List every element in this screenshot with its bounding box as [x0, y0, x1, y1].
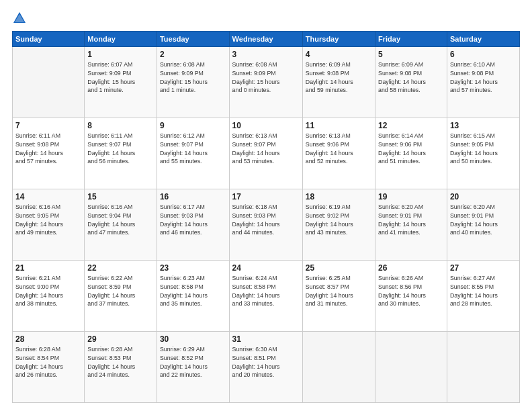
day-number: 5 [378, 50, 444, 59]
day-info: Sunrise: 6:24 AM Sunset: 8:58 PM Dayligh… [232, 274, 300, 308]
page: SundayMondayTuesdayWednesdayThursdayFrid… [0, 0, 532, 411]
day-info: Sunrise: 6:18 AM Sunset: 9:03 PM Dayligh… [232, 203, 300, 237]
calendar-cell: 8Sunrise: 6:11 AM Sunset: 9:07 PM Daylig… [85, 118, 157, 189]
calendar-cell: 1Sunrise: 6:07 AM Sunset: 9:09 PM Daylig… [85, 47, 157, 118]
calendar-body: 1Sunrise: 6:07 AM Sunset: 9:09 PM Daylig… [13, 47, 520, 403]
calendar-cell: 9Sunrise: 6:12 AM Sunset: 9:07 PM Daylig… [157, 118, 229, 189]
calendar-cell: 12Sunrise: 6:14 AM Sunset: 9:06 PM Dayli… [375, 118, 447, 189]
day-info: Sunrise: 6:07 AM Sunset: 9:09 PM Dayligh… [87, 60, 154, 95]
day-number: 23 [160, 263, 226, 273]
day-info: Sunrise: 6:08 AM Sunset: 9:09 PM Dayligh… [160, 60, 226, 95]
day-info: Sunrise: 6:08 AM Sunset: 9:09 PM Dayligh… [232, 60, 300, 95]
day-info: Sunrise: 6:13 AM Sunset: 9:06 PM Dayligh… [306, 132, 372, 166]
calendar-cell: 31Sunrise: 6:30 AM Sunset: 8:51 PM Dayli… [229, 332, 302, 403]
day-number: 20 [450, 192, 517, 201]
day-number: 26 [378, 263, 444, 273]
day-info: Sunrise: 6:25 AM Sunset: 8:57 PM Dayligh… [306, 274, 372, 308]
day-header-sunday: Sunday [13, 32, 85, 47]
day-number: 8 [87, 121, 154, 130]
day-number: 3 [232, 50, 300, 59]
week-row-0: 1Sunrise: 6:07 AM Sunset: 9:09 PM Daylig… [13, 47, 520, 118]
day-number: 30 [160, 334, 226, 344]
day-number: 14 [15, 192, 81, 201]
calendar-cell: 4Sunrise: 6:09 AM Sunset: 9:08 PM Daylig… [302, 47, 375, 118]
day-number: 9 [160, 121, 226, 130]
day-info: Sunrise: 6:16 AM Sunset: 9:04 PM Dayligh… [87, 203, 154, 237]
day-number: 27 [450, 263, 517, 273]
day-header-thursday: Thursday [302, 32, 375, 47]
calendar-cell: 10Sunrise: 6:13 AM Sunset: 9:07 PM Dayli… [229, 118, 302, 189]
calendar-cell: 24Sunrise: 6:24 AM Sunset: 8:58 PM Dayli… [229, 261, 302, 332]
day-number: 25 [306, 263, 372, 273]
calendar-cell: 2Sunrise: 6:08 AM Sunset: 9:09 PM Daylig… [157, 47, 229, 118]
calendar-cell: 29Sunrise: 6:28 AM Sunset: 8:53 PM Dayli… [85, 332, 157, 403]
day-number: 31 [232, 334, 300, 344]
day-info: Sunrise: 6:28 AM Sunset: 8:54 PM Dayligh… [15, 345, 81, 379]
day-info: Sunrise: 6:17 AM Sunset: 9:03 PM Dayligh… [160, 203, 226, 237]
day-info: Sunrise: 6:09 AM Sunset: 9:08 PM Dayligh… [306, 60, 372, 95]
calendar-cell: 19Sunrise: 6:20 AM Sunset: 9:01 PM Dayli… [375, 189, 447, 261]
day-number: 24 [232, 263, 300, 273]
day-number: 17 [232, 192, 300, 201]
day-info: Sunrise: 6:13 AM Sunset: 9:07 PM Dayligh… [232, 132, 300, 166]
day-number: 10 [232, 121, 300, 130]
header [12, 11, 520, 26]
day-number: 12 [378, 121, 444, 130]
calendar-cell: 16Sunrise: 6:17 AM Sunset: 9:03 PM Dayli… [157, 189, 229, 261]
calendar-table: SundayMondayTuesdayWednesdayThursdayFrid… [12, 31, 520, 403]
day-number: 13 [450, 121, 517, 130]
calendar-cell: 7Sunrise: 6:11 AM Sunset: 9:08 PM Daylig… [13, 118, 85, 189]
calendar-cell: 6Sunrise: 6:10 AM Sunset: 9:08 PM Daylig… [447, 47, 519, 118]
day-number: 6 [450, 50, 517, 59]
day-info: Sunrise: 6:29 AM Sunset: 8:52 PM Dayligh… [160, 345, 226, 379]
day-info: Sunrise: 6:14 AM Sunset: 9:06 PM Dayligh… [378, 132, 444, 166]
day-number: 2 [160, 50, 226, 59]
day-header-friday: Friday [375, 32, 447, 47]
day-info: Sunrise: 6:26 AM Sunset: 8:56 PM Dayligh… [378, 274, 444, 308]
calendar-cell: 23Sunrise: 6:23 AM Sunset: 8:58 PM Dayli… [157, 261, 229, 332]
week-row-3: 21Sunrise: 6:21 AM Sunset: 9:00 PM Dayli… [13, 261, 520, 332]
day-info: Sunrise: 6:23 AM Sunset: 8:58 PM Dayligh… [160, 274, 226, 308]
day-info: Sunrise: 6:12 AM Sunset: 9:07 PM Dayligh… [160, 132, 226, 166]
day-number: 22 [87, 263, 154, 273]
day-number: 7 [15, 121, 81, 130]
day-info: Sunrise: 6:15 AM Sunset: 9:05 PM Dayligh… [450, 132, 517, 166]
day-info: Sunrise: 6:10 AM Sunset: 9:08 PM Dayligh… [450, 60, 517, 95]
day-info: Sunrise: 6:27 AM Sunset: 8:55 PM Dayligh… [450, 274, 517, 308]
calendar-cell: 14Sunrise: 6:16 AM Sunset: 9:05 PM Dayli… [13, 189, 85, 261]
day-number: 29 [87, 334, 154, 344]
calendar-cell [447, 332, 519, 403]
calendar-cell: 28Sunrise: 6:28 AM Sunset: 8:54 PM Dayli… [13, 332, 85, 403]
day-number: 21 [15, 263, 81, 273]
day-info: Sunrise: 6:11 AM Sunset: 9:07 PM Dayligh… [87, 132, 154, 166]
logo [12, 11, 30, 26]
calendar-cell: 5Sunrise: 6:09 AM Sunset: 9:08 PM Daylig… [375, 47, 447, 118]
calendar-cell: 17Sunrise: 6:18 AM Sunset: 9:03 PM Dayli… [229, 189, 302, 261]
day-header-saturday: Saturday [447, 32, 519, 47]
calendar-header: SundayMondayTuesdayWednesdayThursdayFrid… [13, 32, 520, 47]
day-info: Sunrise: 6:20 AM Sunset: 9:01 PM Dayligh… [450, 203, 517, 237]
week-row-2: 14Sunrise: 6:16 AM Sunset: 9:05 PM Dayli… [13, 189, 520, 261]
day-info: Sunrise: 6:30 AM Sunset: 8:51 PM Dayligh… [232, 345, 300, 379]
calendar-cell [302, 332, 375, 403]
week-row-4: 28Sunrise: 6:28 AM Sunset: 8:54 PM Dayli… [13, 332, 520, 403]
day-info: Sunrise: 6:22 AM Sunset: 8:59 PM Dayligh… [87, 274, 154, 308]
day-header-wednesday: Wednesday [229, 32, 302, 47]
calendar-cell: 27Sunrise: 6:27 AM Sunset: 8:55 PM Dayli… [447, 261, 519, 332]
day-info: Sunrise: 6:28 AM Sunset: 8:53 PM Dayligh… [87, 345, 154, 379]
calendar-cell: 15Sunrise: 6:16 AM Sunset: 9:04 PM Dayli… [85, 189, 157, 261]
calendar-cell [375, 332, 447, 403]
day-number: 16 [160, 192, 226, 201]
day-info: Sunrise: 6:16 AM Sunset: 9:05 PM Dayligh… [15, 203, 81, 237]
day-number: 4 [306, 50, 372, 59]
calendar-cell: 25Sunrise: 6:25 AM Sunset: 8:57 PM Dayli… [302, 261, 375, 332]
calendar-cell [13, 47, 85, 118]
day-info: Sunrise: 6:21 AM Sunset: 9:00 PM Dayligh… [15, 274, 81, 308]
calendar-cell: 22Sunrise: 6:22 AM Sunset: 8:59 PM Dayli… [85, 261, 157, 332]
calendar-cell: 18Sunrise: 6:19 AM Sunset: 9:02 PM Dayli… [302, 189, 375, 261]
calendar-cell: 11Sunrise: 6:13 AM Sunset: 9:06 PM Dayli… [302, 118, 375, 189]
day-info: Sunrise: 6:11 AM Sunset: 9:08 PM Dayligh… [15, 132, 81, 166]
day-header-monday: Monday [85, 32, 157, 47]
day-header-tuesday: Tuesday [157, 32, 229, 47]
calendar-cell: 21Sunrise: 6:21 AM Sunset: 9:00 PM Dayli… [13, 261, 85, 332]
